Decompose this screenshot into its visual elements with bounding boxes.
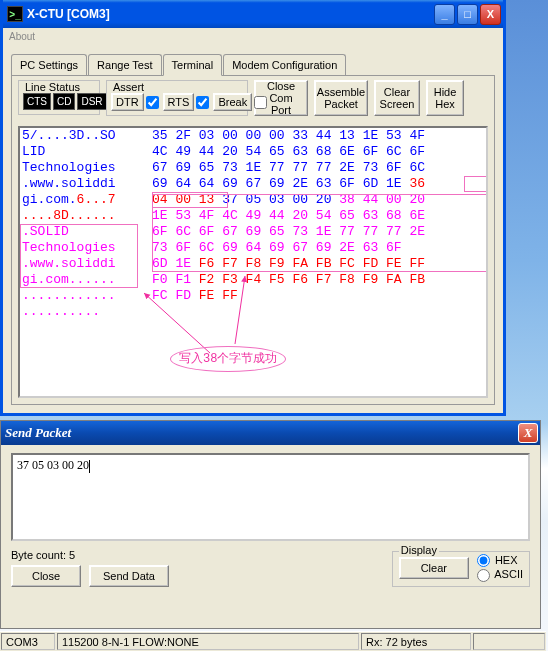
app-icon: >_ — [7, 6, 23, 22]
line-status-group: Line Status CTS CD DSR — [18, 80, 100, 115]
cts-indicator: CTS — [23, 93, 51, 110]
assert-group: Assert DTR RTS Break — [106, 80, 248, 116]
tabs: PC Settings Range Test Terminal Modem Co… — [3, 48, 503, 75]
status-config: 115200 8-N-1 FLOW:NONE — [57, 633, 359, 650]
caret — [89, 460, 90, 473]
break-checkbox[interactable] — [254, 96, 267, 109]
send-titlebar[interactable]: Send Packet X — [1, 421, 540, 445]
rts-checkbox[interactable] — [196, 96, 209, 109]
close-button[interactable]: X — [480, 4, 501, 25]
dtr-checkbox[interactable] — [146, 96, 159, 109]
menu-about[interactable]: About — [9, 31, 35, 42]
maximize-button[interactable]: □ — [457, 4, 478, 25]
window-title: X-CTU [COM3] — [27, 7, 110, 21]
break-button[interactable]: Break — [213, 93, 252, 111]
cd-indicator: CD — [53, 93, 75, 110]
tab-range-test[interactable]: Range Test — [88, 54, 161, 75]
tab-pc-settings[interactable]: PC Settings — [11, 54, 87, 75]
packet-input[interactable]: 37 05 03 00 20 — [11, 453, 530, 541]
clear-btn[interactable]: Clear — [399, 557, 469, 579]
ascii-column: 5/....3D..SOLID Technologies.www.soliddi… — [22, 128, 146, 320]
send-packet-window: Send Packet X 37 05 03 00 20 Byte count:… — [0, 420, 541, 629]
terminal-area[interactable]: 5/....3D..SOLID Technologies.www.soliddi… — [18, 126, 488, 398]
ascii-radio[interactable]: ASCII — [477, 568, 523, 582]
send-close-button[interactable]: X — [518, 423, 538, 443]
xctu-window: >_ X-CTU [COM3] _ □ X About PC Settings … — [0, 0, 506, 416]
assert-label: Assert — [111, 81, 243, 93]
menubar: About — [3, 28, 503, 48]
titlebar[interactable]: >_ X-CTU [COM3] _ □ X — [3, 0, 503, 28]
dtr-button[interactable]: DTR — [111, 93, 144, 111]
display-group: Display Clear HEX ASCII — [392, 551, 530, 587]
minimize-button[interactable]: _ — [434, 4, 455, 25]
tab-terminal[interactable]: Terminal — [163, 54, 223, 76]
dsr-indicator: DSR — [77, 93, 106, 110]
annotation-bubble: 写入38个字节成功 — [170, 346, 286, 372]
byte-count-label: Byte count: 5 — [11, 549, 169, 561]
hex-radio[interactable]: HEX — [477, 554, 523, 568]
rts-button[interactable]: RTS — [163, 93, 195, 111]
status-port: COM3 — [1, 633, 55, 650]
send-window-title: Send Packet — [5, 425, 71, 441]
status-rx: Rx: 72 bytes — [361, 633, 471, 650]
hex-column: 35 2F 03 00 00 00 33 44 13 1E 53 4F4C 49… — [152, 128, 484, 304]
hide-hex-button[interactable]: Hide Hex — [426, 80, 464, 116]
status-empty — [473, 633, 545, 650]
send-close-btn[interactable]: Close — [11, 565, 81, 587]
status-bar: COM3 115200 8-N-1 FLOW:NONE Rx: 72 bytes — [0, 631, 546, 651]
tab-modem-config[interactable]: Modem Configuration — [223, 54, 346, 75]
packet-input-value: 37 05 03 00 20 — [17, 458, 89, 472]
terminal-panel: Line Status CTS CD DSR Assert DTR RTS Br… — [11, 75, 495, 405]
assemble-packet-button[interactable]: Assemble Packet — [314, 80, 368, 116]
send-data-btn[interactable]: Send Data — [89, 565, 169, 587]
line-status-label: Line Status — [23, 81, 95, 93]
display-label: Display — [399, 544, 439, 556]
clear-screen-button[interactable]: Clear Screen — [374, 80, 420, 116]
